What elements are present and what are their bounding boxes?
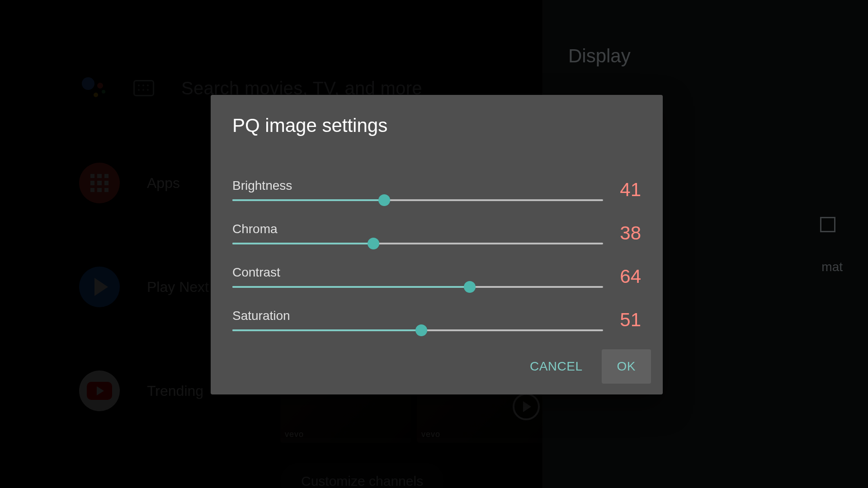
slider-contrast: Contrast 64 bbox=[232, 255, 641, 298]
slider-track[interactable] bbox=[232, 199, 603, 201]
slider-value: 64 bbox=[605, 266, 641, 287]
slider-label: Saturation bbox=[232, 309, 603, 323]
slider-thumb-icon[interactable] bbox=[415, 324, 427, 336]
dialog-actions: CANCEL OK bbox=[514, 349, 651, 384]
slider-value: 41 bbox=[605, 179, 641, 201]
cancel-button[interactable]: CANCEL bbox=[514, 349, 598, 384]
ok-button[interactable]: OK bbox=[602, 349, 651, 384]
slider-track[interactable] bbox=[232, 329, 603, 331]
slider-value: 38 bbox=[605, 222, 641, 244]
slider-label: Brightness bbox=[232, 178, 603, 193]
slider-track[interactable] bbox=[232, 243, 603, 244]
slider-brightness: Brightness 41 bbox=[232, 168, 641, 211]
pq-image-settings-dialog: PQ image settings Brightness 41 Chroma 3… bbox=[211, 95, 663, 394]
slider-saturation: Saturation 51 bbox=[232, 298, 641, 342]
dialog-title: PQ image settings bbox=[232, 115, 641, 136]
slider-thumb-icon[interactable] bbox=[368, 238, 379, 249]
slider-thumb-icon[interactable] bbox=[464, 281, 476, 293]
slider-label: Contrast bbox=[232, 265, 603, 280]
slider-value: 51 bbox=[605, 309, 641, 331]
slider-chroma: Chroma 38 bbox=[232, 211, 641, 255]
slider-label: Chroma bbox=[232, 222, 603, 236]
slider-track[interactable] bbox=[232, 286, 603, 288]
slider-thumb-icon[interactable] bbox=[378, 194, 390, 206]
